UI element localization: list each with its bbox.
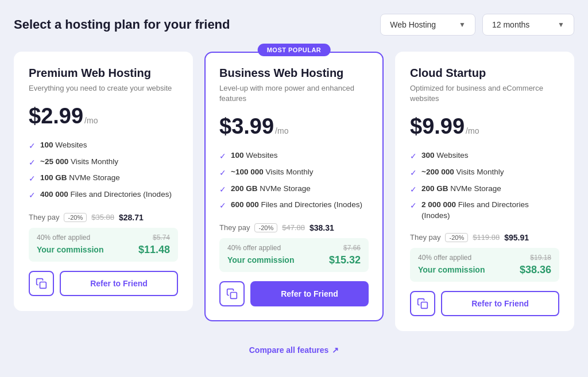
plan-card-premium: Premium Web Hosting Everything you need … <box>14 52 193 311</box>
original-price: $119.88 <box>473 233 500 242</box>
original-price: $35.88 <box>91 213 114 221</box>
price-amount: $9.99 <box>410 114 465 139</box>
price-period: /mo <box>466 126 479 135</box>
they-pay-row: They pay -20% $35.88 $28.71 <box>29 213 178 222</box>
page-title: Select a hosting plan for your friend <box>14 17 230 32</box>
hosting-type-dropdown[interactable]: Web Hosting ▼ <box>380 14 475 36</box>
feature-item: ✓ 100 Websites <box>29 140 178 152</box>
feature-item: ✓ 200 GB NVMe Storage <box>410 184 559 196</box>
compare-all-link[interactable]: Compare all features ↗ <box>249 345 339 355</box>
feature-item: ✓ 2 000 000 Files and Directories (Inode… <box>410 200 559 221</box>
check-icon: ✓ <box>410 184 417 196</box>
commission-label: Your commission <box>227 255 294 265</box>
final-price: $95.91 <box>504 233 529 242</box>
features-list: ✓ 100 Websites ✓ ~100 000 Visits Monthly… <box>219 150 369 211</box>
plan-price: $2.99 /mo <box>29 104 178 129</box>
feature-item: ✓ ~100 000 Visits Monthly <box>219 167 369 179</box>
check-icon: ✓ <box>29 173 36 185</box>
copy-button[interactable] <box>410 291 435 316</box>
svg-rect-2 <box>421 302 428 308</box>
commission-box: 40% offer applied $19.18 Your commission… <box>410 248 559 282</box>
hosting-type-arrow-icon: ▼ <box>459 21 466 29</box>
commission-original-price: $5.74 <box>153 234 170 242</box>
check-icon: ✓ <box>29 190 36 201</box>
header-controls: Web Hosting ▼ 12 months ▼ <box>380 14 574 36</box>
plan-price: $3.99 /mo <box>219 114 369 139</box>
duration-dropdown[interactable]: 12 months ▼ <box>482 14 574 36</box>
they-pay-row: They pay -20% $119.88 $95.91 <box>410 233 559 242</box>
plan-desc: Level-up with more power and enhanced fe… <box>219 83 369 104</box>
commission-amount: $15.32 <box>329 254 361 266</box>
svg-rect-0 <box>40 282 47 288</box>
they-pay-label: They pay <box>219 223 250 232</box>
plan-card-business: MOST POPULAR Business Web Hosting Level-… <box>204 52 384 321</box>
refer-button[interactable]: Refer to Friend <box>60 271 178 296</box>
feature-item: ✓ 200 GB NVMe Storage <box>219 184 369 196</box>
feature-item: ✓ ~25 000 Visits Monthly <box>29 157 178 169</box>
they-pay-row: They pay -20% $47.88 $38.31 <box>219 223 369 232</box>
price-amount: $3.99 <box>219 114 274 139</box>
plan-desc: Everything you need to create your websi… <box>29 83 178 94</box>
features-list: ✓ 300 Websites ✓ ~200 000 Visits Monthly… <box>410 150 559 221</box>
card-actions: Refer to Friend <box>29 271 178 296</box>
feature-item: ✓ 600 000 Files and Directories (Inodes) <box>219 200 369 212</box>
svg-rect-1 <box>231 292 237 298</box>
features-list: ✓ 100 Websites ✓ ~25 000 Visits Monthly … <box>29 140 178 201</box>
commission-box: 40% offer applied $7.66 Your commission … <box>219 238 369 272</box>
commission-top: 40% offer applied $19.18 <box>418 254 551 262</box>
feature-item: ✓ 100 GB NVMe Storage <box>29 173 178 185</box>
copy-button[interactable] <box>219 281 245 306</box>
copy-button[interactable] <box>29 271 54 296</box>
commission-offer-label: 40% offer applied <box>418 254 471 262</box>
commission-box: 40% offer applied $5.74 Your commission … <box>29 228 178 262</box>
page-container: Select a hosting plan for your friend We… <box>14 14 574 355</box>
commission-top: 40% offer applied $5.74 <box>37 234 170 242</box>
check-icon: ✓ <box>29 141 36 152</box>
feature-item: ✓ 100 Websites <box>219 150 369 162</box>
check-icon: ✓ <box>29 157 36 169</box>
check-icon: ✓ <box>410 200 417 212</box>
card-actions: Refer to Friend <box>410 291 559 316</box>
discount-badge: -20% <box>254 223 277 232</box>
refer-button[interactable]: Refer to Friend <box>441 291 559 316</box>
plan-card-cloud: Cloud Startup Optimized for business and… <box>395 52 574 331</box>
commission-original-price: $19.18 <box>530 254 551 262</box>
original-price: $47.88 <box>282 223 305 232</box>
discount-badge: -20% <box>445 233 468 242</box>
they-pay-label: They pay <box>29 213 59 221</box>
final-price: $38.31 <box>310 223 334 232</box>
commission-bottom: Your commission $38.36 <box>418 264 551 276</box>
plan-price: $9.99 /mo <box>410 114 559 139</box>
hosting-type-label: Web Hosting <box>390 20 436 29</box>
plan-name: Premium Web Hosting <box>29 67 178 80</box>
commission-offer-label: 40% offer applied <box>37 234 90 242</box>
feature-item: ✓ ~200 000 Visits Monthly <box>410 167 559 179</box>
plan-name: Business Web Hosting <box>219 67 369 80</box>
discount-badge: -20% <box>64 213 87 222</box>
commission-label: Your commission <box>37 245 103 254</box>
check-icon: ✓ <box>219 200 226 212</box>
feature-item: ✓ 400 000 Files and Directories (Inodes) <box>29 189 178 201</box>
feature-item: ✓ 300 Websites <box>410 150 559 162</box>
commission-top: 40% offer applied $7.66 <box>227 244 361 252</box>
price-amount: $2.99 <box>29 104 83 129</box>
plans-grid: Premium Web Hosting Everything you need … <box>14 52 574 331</box>
refer-button[interactable]: Refer to Friend <box>250 281 369 306</box>
commission-offer-label: 40% offer applied <box>227 244 281 252</box>
compare-all-label: Compare all features <box>249 345 329 355</box>
check-icon: ✓ <box>410 151 417 162</box>
check-icon: ✓ <box>219 168 226 179</box>
check-icon: ✓ <box>219 184 226 196</box>
popular-badge: MOST POPULAR <box>258 44 331 56</box>
commission-label: Your commission <box>418 265 485 274</box>
price-period: /mo <box>84 116 98 125</box>
final-price: $28.71 <box>119 213 144 222</box>
check-icon: ✓ <box>219 151 226 162</box>
they-pay-label: They pay <box>410 233 440 242</box>
commission-bottom: Your commission $11.48 <box>37 244 170 256</box>
duration-label: 12 months <box>492 20 529 29</box>
compare-link-container: Compare all features ↗ <box>14 345 574 355</box>
header: Select a hosting plan for your friend We… <box>14 14 574 36</box>
duration-arrow-icon: ▼ <box>558 21 564 29</box>
commission-amount: $11.48 <box>138 244 170 256</box>
